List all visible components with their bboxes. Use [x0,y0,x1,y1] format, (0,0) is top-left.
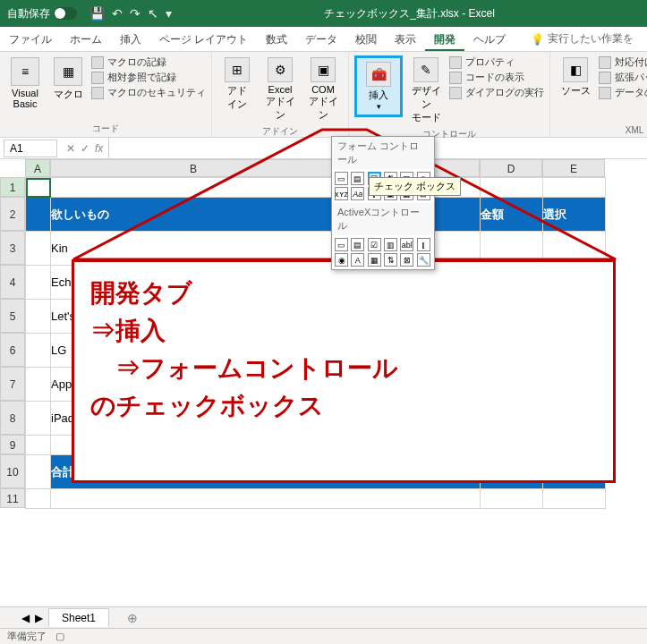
ax-button-control[interactable]: ▭ [335,238,348,251]
form-label2-control[interactable]: Aa [351,187,364,200]
ax-more-control[interactable]: 🔧 [417,253,430,267]
form-label-control[interactable]: xʏz [335,187,348,200]
insert-controls-dropdown: フォーム コントロール ▭ ▤ ☑ ⇅ ▥ ◉ xʏz Aa ⫿ ▣ ▦ ⊠ A… [331,136,435,270]
ax-toggle-control[interactable]: ⊠ [400,253,413,267]
checkbox-tooltip: チェック ボックス [369,177,461,196]
callout-line-4: のチェックボックス [90,387,597,425]
form-button-control[interactable]: ▭ [335,172,348,185]
ax-optionbutton-control[interactable]: ◉ [335,253,348,267]
ax-checkbox-control[interactable]: ☑ [368,238,381,251]
annotation-callout: 開発タブ ⇒挿入 ⇒フォームコントロール のチェックボックス [72,259,616,483]
callout-line-3: ⇒フォームコントロール [90,350,597,387]
ax-scrollbar-control[interactable]: ⫿ [417,238,430,251]
ax-textbox-control[interactable]: abl [400,238,413,251]
activex-controls-label: ActiveXコントロール [332,203,434,235]
callout-line-1: 開発タブ [90,275,597,312]
ax-image-control[interactable]: ▦ [368,253,381,267]
form-combobox-control[interactable]: ▤ [351,172,364,185]
ax-label-control[interactable]: A [351,253,364,267]
callout-line-2: ⇒挿入 [90,312,597,350]
ax-spin-control[interactable]: ⇅ [384,253,397,267]
ax-combobox-control[interactable]: ▤ [351,238,364,251]
form-controls-label: フォーム コントロール [332,137,434,169]
ax-listbox-control[interactable]: ▥ [384,238,397,251]
